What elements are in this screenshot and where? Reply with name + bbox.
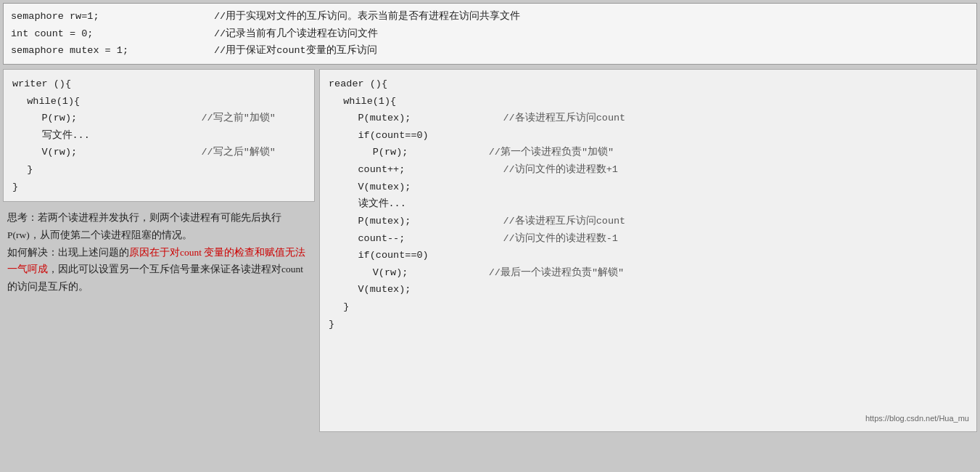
reader-code-5: P(rw); xyxy=(373,144,489,161)
decl-line-2: int count = 0; //记录当前有几个读进程在访问文件 xyxy=(11,25,969,43)
reader-line-4: if(count==0) xyxy=(358,127,968,145)
decl-code-3: semaphore mutex = 1; xyxy=(11,42,214,60)
decl-comment-1: //用于实现对文件的互斥访问。表示当前是否有进程在访问共享文件 xyxy=(214,8,520,25)
reader-code-8: 读文件... xyxy=(358,195,406,213)
reader-line-3: P(mutex); //各读进程互斥访问count xyxy=(358,110,968,127)
writer-code-3: P(rw); xyxy=(42,110,202,127)
reader-line-15: } xyxy=(329,316,968,333)
writer-code-6: } xyxy=(27,161,33,179)
reader-code-14: } xyxy=(343,298,349,316)
writer-comment-5: //写之后"解锁" xyxy=(202,144,276,161)
writer-code-5: V(rw); xyxy=(42,144,202,161)
watermark: https://blog.csdn.net/Hua_mu xyxy=(865,412,969,426)
reader-code-6: count++; xyxy=(358,161,503,179)
writer-line-7: } xyxy=(12,179,305,196)
reader-code-4: if(count==0) xyxy=(358,127,429,145)
writer-code-block: writer (){ while(1){ P(rw); //写之前"加锁" 写文… xyxy=(3,69,315,202)
text-part-2: 如何解决：出现上述问题的原因在于对count 变量的检查和赋值无法一气呵成，因此… xyxy=(7,244,310,296)
decl-line-1: semaphore rw=1; //用于实现对文件的互斥访问。表示当前是否有进程… xyxy=(11,8,969,25)
reader-comment-12: //最后一个读进程负责"解锁" xyxy=(489,264,624,282)
writer-line-2: while(1){ xyxy=(27,93,305,110)
reader-code-block: reader (){ while(1){ P(mutex); //各读进程互斥访… xyxy=(319,69,977,432)
text-part-1: 思考：若两个读进程并发执行，则两个读进程有可能先后执行P(rw)，从而使第二个读… xyxy=(7,209,310,243)
writer-line-1: writer (){ xyxy=(12,76,305,93)
reader-comment-9: //各读进程互斥访问count xyxy=(503,213,626,230)
writer-line-6: } xyxy=(27,161,305,179)
writer-comment-3: //写之前"加锁" xyxy=(202,110,276,127)
reader-code-1: reader (){ xyxy=(329,76,387,93)
reader-code-15: } xyxy=(329,316,334,333)
reader-code-10: count--; xyxy=(358,230,503,248)
reader-code-3: P(mutex); xyxy=(358,110,503,127)
writer-line-5: V(rw); //写之后"解锁" xyxy=(42,144,306,161)
writer-code-1: writer (){ xyxy=(12,76,71,93)
reader-comment-10: //访问文件的读进程数-1 xyxy=(503,230,618,248)
reader-line-5: P(rw); //第一个读进程负责"加锁" xyxy=(373,144,968,161)
reader-line-1: reader (){ xyxy=(329,76,968,93)
reader-code-12: V(rw); xyxy=(373,264,489,282)
reader-line-11: if(count==0) xyxy=(358,247,968,264)
reader-code-11: if(count==0) xyxy=(358,247,429,264)
decl-code-2: int count = 0; xyxy=(11,25,214,43)
reader-line-8: 读文件... xyxy=(358,195,968,213)
reader-comment-3: //各读进程互斥访问count xyxy=(503,110,626,127)
reader-line-13: V(mutex); xyxy=(358,281,968,298)
reader-code-2: while(1){ xyxy=(343,93,396,110)
reader-line-14: } xyxy=(343,298,968,316)
reader-line-10: count--; //访问文件的读进程数-1 xyxy=(358,230,968,248)
text-prefix: 如何解决：出现上述问题的 xyxy=(7,247,129,258)
decl-line-3: semaphore mutex = 1; //用于保证对count变量的互斥访问 xyxy=(11,42,969,60)
reader-line-6: count++; //访问文件的读进程数+1 xyxy=(358,161,968,179)
reader-comment-5: //第一个读进程负责"加锁" xyxy=(489,144,614,161)
left-column: writer (){ while(1){ P(rw); //写之前"加锁" 写文… xyxy=(3,69,315,432)
right-col-inner: reader (){ while(1){ P(mutex); //各读进程互斥访… xyxy=(319,69,977,432)
text-suffix: ，因此可以设置另一个互斥信号量来保证各读进程对count 的访问是互斥的。 xyxy=(7,264,303,292)
text-explanation-block: 思考：若两个读进程并发执行，则两个读进程有可能先后执行P(rw)，从而使第二个读… xyxy=(3,206,315,298)
writer-line-4: 写文件... xyxy=(42,127,306,145)
reader-code-7: V(mutex); xyxy=(358,179,411,196)
reader-line-9: P(mutex); //各读进程互斥访问count xyxy=(358,213,968,230)
reader-line-2: while(1){ xyxy=(343,93,968,110)
decl-code-1: semaphore rw=1; xyxy=(11,8,214,25)
reader-comment-6: //访问文件的读进程数+1 xyxy=(503,161,618,179)
top-declarations-block: semaphore rw=1; //用于实现对文件的互斥访问。表示当前是否有进程… xyxy=(3,3,977,65)
writer-code-7: } xyxy=(12,179,18,196)
main-columns: writer (){ while(1){ P(rw); //写之前"加锁" 写文… xyxy=(3,69,977,432)
right-column: reader (){ while(1){ P(mutex); //各读进程互斥访… xyxy=(319,69,977,432)
writer-line-3: P(rw); //写之前"加锁" xyxy=(42,110,306,127)
reader-code-13: V(mutex); xyxy=(358,281,411,298)
writer-code-4: 写文件... xyxy=(42,127,90,145)
writer-code-2: while(1){ xyxy=(27,93,80,110)
reader-line-7: V(mutex); xyxy=(358,179,968,196)
page-wrapper: semaphore rw=1; //用于实现对文件的互斥访问。表示当前是否有进程… xyxy=(0,0,980,472)
reader-line-12: V(rw); //最后一个读进程负责"解锁" xyxy=(373,264,968,282)
reader-code-9: P(mutex); xyxy=(358,213,503,230)
decl-comment-2: //记录当前有几个读进程在访问文件 xyxy=(214,25,378,43)
decl-comment-3: //用于保证对count变量的互斥访问 xyxy=(214,42,377,60)
